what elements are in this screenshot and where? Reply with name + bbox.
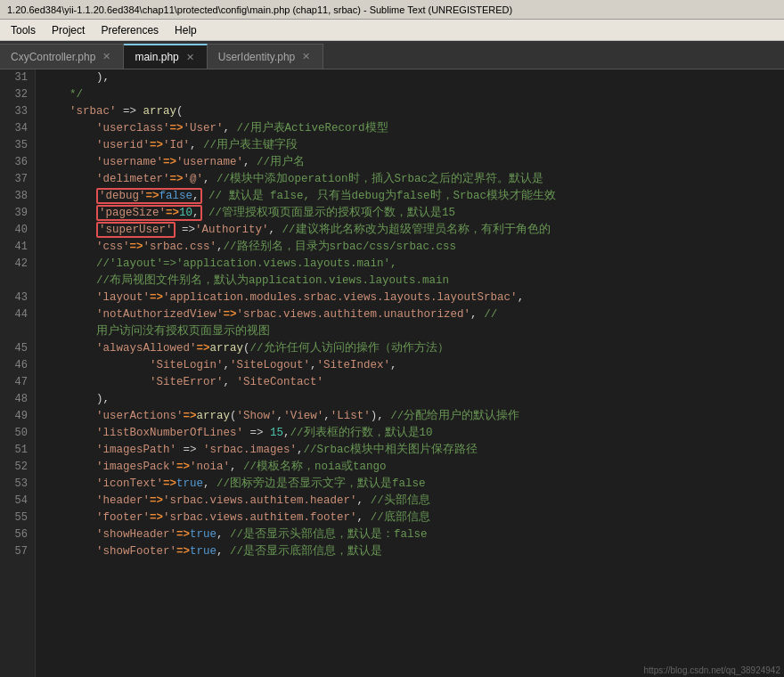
tab-close-icon[interactable]: ✕ — [184, 52, 196, 63]
code-line-54: 'header'=>'srbac.views.authitem.header',… — [43, 493, 777, 510]
menu-tools[interactable]: Tools — [4, 22, 43, 38]
code-line-40: 'superUser' =>'Authority', //建议将此名称改为超级管… — [43, 222, 777, 239]
tab-mainphp[interactable]: main.php ✕ — [124, 44, 207, 69]
code-line-44a: 'notAuthorizedView'=>'srbac.views.authit… — [43, 306, 777, 323]
code-line-36: 'username'=>'username', //用户名 — [43, 154, 777, 171]
code-line-47: 'SiteError', 'SiteContact' — [43, 374, 777, 391]
watermark: https://blog.csdn.net/qq_38924942 — [644, 665, 780, 675]
line-numbers: 31 32 33 34 35 36 37 38 39 40 41 42 43 4… — [0, 69, 36, 677]
code-line-38: 'debug'=>false, // 默认是 false, 只有当debug为f… — [43, 188, 777, 205]
code-line-46: 'SiteLogin','SiteLogout','SiteIndex', — [43, 357, 777, 374]
code-line-33: 'srbac' => array( — [43, 103, 777, 120]
code-line-53: 'iconText'=>true, //图标旁边是否显示文字，默认是false — [43, 476, 777, 493]
tab-close-icon[interactable]: ✕ — [300, 51, 312, 62]
code-line-50: 'listBoxNumberOfLines' => 15,//列表框的行数，默认… — [43, 425, 777, 442]
code-line-39: 'pageSize'=>10, //管理授权项页面显示的授权项个数，默认是15 — [43, 205, 777, 222]
code-line-48: ), — [43, 391, 777, 408]
tab-label: UserIdentity.php — [218, 51, 296, 63]
menu-project[interactable]: Project — [45, 22, 92, 38]
code-line-34: 'userclass'=>'User', //用户表ActiveRecord模型 — [43, 120, 777, 137]
tab-useridentity[interactable]: UserIdentity.php ✕ — [208, 44, 324, 69]
menu-preferences[interactable]: Preferences — [94, 22, 166, 38]
code-line-41: 'css'=>'srbac.css',//路径别名，目录为srbac/css/s… — [43, 239, 777, 256]
code-line-31: ), — [43, 69, 777, 86]
menu-help[interactable]: Help — [167, 22, 204, 38]
code-line-42b: //布局视图文件别名，默认为application.views.layouts.… — [43, 273, 777, 290]
code-line-51: 'imagesPath' => 'srbac.images',//Srbac模块… — [43, 442, 777, 459]
code-content[interactable]: ), */ 'srbac' => array( 'userclass'=>'Us… — [36, 69, 784, 677]
menu-bar: Tools Project Preferences Help — [0, 20, 784, 41]
code-line-49: 'userActions'=>array('Show','View','List… — [43, 408, 777, 425]
code-line-35: 'userid'=>'Id', //用户表主键字段 — [43, 137, 777, 154]
title-bar: 1.20.6ed384\yii-1.1.20.6ed384\chap11\pro… — [0, 0, 784, 20]
code-line-44b: 用户访问没有授权页面显示的视图 — [43, 323, 777, 340]
code-line-55: 'footer'=>'srbac.views.authitem.footer',… — [43, 510, 777, 526]
tab-bar: CxyController.php ✕ main.php ✕ UserIdent… — [0, 41, 784, 69]
title-text: 1.20.6ed384\yii-1.1.20.6ed384\chap11\pro… — [7, 4, 512, 15]
code-line-43: 'layout'=>'application.modules.srbac.vie… — [43, 290, 777, 306]
tab-label: main.php — [135, 51, 178, 63]
code-line-32: */ — [43, 86, 777, 103]
code-line-37: 'delimeter'=>'@', //模块中添加operation时，插入Sr… — [43, 171, 777, 188]
code-area: 31 32 33 34 35 36 37 38 39 40 41 42 43 4… — [0, 69, 784, 677]
tab-cxycontroller[interactable]: CxyController.php ✕ — [0, 44, 124, 69]
code-line-52: 'imagesPack'=>'noia', //模板名称，noia或tango — [43, 459, 777, 476]
code-line-45: 'alwaysAllowed'=>array(//允许任何人访问的操作（动作方法… — [43, 340, 777, 357]
tab-close-icon[interactable]: ✕ — [101, 51, 112, 62]
code-line-42a: //'layout'=>'application.views.layouts.m… — [43, 256, 777, 273]
code-line-57: 'showFooter'=>true, //是否显示底部信息，默认是 — [43, 543, 777, 560]
tab-label: CxyController.php — [11, 51, 95, 63]
code-line-56: 'showHeader'=>true, //是否显示头部信息，默认是：false — [43, 526, 777, 543]
